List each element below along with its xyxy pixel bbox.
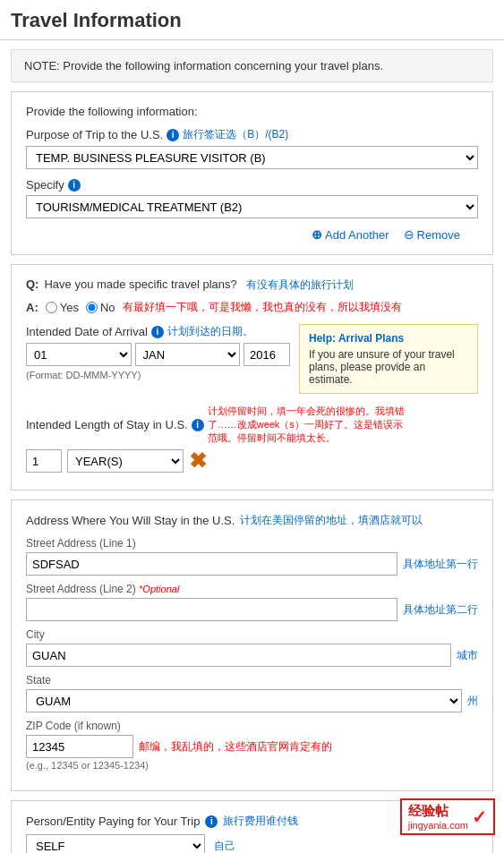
- zip-input-row: 邮编，我乱填的，这些酒店官网肯定有的: [26, 735, 478, 758]
- paying-section: Person/Entity Paying for Your Trip i 旅行费…: [11, 800, 493, 853]
- length-label: Intended Length of Stay in U.S. i 计划停留时间…: [26, 405, 478, 445]
- a-label: A:: [26, 301, 38, 314]
- travel-plans-section: Q: Have you made specific travel plans? …: [11, 264, 493, 490]
- length-info-icon[interactable]: i: [192, 419, 204, 431]
- add-another-link[interactable]: ⊕ Add Another: [312, 227, 389, 242]
- q-label: Q:: [26, 277, 38, 291]
- help-text: If you are unsure of your travel plans, …: [309, 348, 468, 386]
- purpose-label-text: Purpose of Trip to the U.S.: [26, 128, 163, 141]
- purpose-field-row: Purpose of Trip to the U.S. i 旅行签证选（B）/(…: [26, 127, 478, 169]
- state-input-row: GUAM 州: [26, 689, 478, 712]
- zip-input[interactable]: [26, 735, 133, 758]
- question-chinese: 有没有具体的旅行计划: [246, 277, 354, 293]
- question-text: Have you made specific travel plans?: [44, 277, 236, 291]
- specify-field-row: Specify i TOURISM/MEDICAL TREATMENT (B2): [26, 178, 478, 218]
- yes-option[interactable]: Yes: [46, 301, 79, 314]
- city-input[interactable]: [26, 644, 451, 667]
- street1-input-row: 具体地址第一行: [26, 552, 478, 576]
- arrival-right: Help: Arrival Plans If you are unsure of…: [299, 324, 478, 394]
- arrival-month-select[interactable]: JAN: [135, 343, 241, 366]
- error-x-icon: ✖: [189, 448, 207, 473]
- help-title: Help: Arrival Plans: [309, 332, 468, 345]
- arrival-row: Intended Date of Arrival i 计划到达的日期。 01 J…: [26, 324, 478, 394]
- street2-input-row: 具体地址第二行: [26, 598, 478, 621]
- city-label: City: [26, 628, 478, 641]
- remove-link[interactable]: ⊖ Remove: [404, 227, 460, 242]
- length-row: DAY(S) WEEK(S) MONTH(S) YEAR(S) ✖: [26, 448, 478, 473]
- note-box: NOTE: Provide the following information …: [11, 49, 493, 82]
- no-option[interactable]: No: [86, 301, 115, 314]
- street1-input[interactable]: [26, 552, 397, 576]
- purpose-chinese-label: 旅行签证选（B）/(B2): [183, 127, 288, 142]
- specify-field-label: Specify i: [26, 178, 478, 192]
- purpose-select[interactable]: TEMP. BUSINESS PLEASURE VISITOR (B): [26, 146, 478, 169]
- state-label: State: [26, 674, 478, 687]
- street2-label: Street Address (Line 2) *Optional: [26, 583, 478, 595]
- street2-optional: *Optional: [139, 584, 179, 594]
- street2-field: Street Address (Line 2) *Optional 具体地址第二…: [26, 583, 478, 621]
- street1-field: Street Address (Line 1) 具体地址第一行: [26, 537, 478, 576]
- a-row: A: Yes No 有最好填一下哦，可是我懒，我也真的没有，所以我填没有: [26, 300, 478, 315]
- arrival-year-input[interactable]: [243, 343, 290, 366]
- state-field: State GUAM 州: [26, 674, 478, 712]
- specify-select[interactable]: TOURISM/MEDICAL TREATMENT (B2): [26, 195, 478, 218]
- no-radio[interactable]: [86, 302, 98, 313]
- length-unit-select[interactable]: DAY(S) WEEK(S) MONTH(S) YEAR(S): [67, 449, 184, 473]
- length-section: Intended Length of Stay in U.S. i 计划停留时间…: [26, 405, 478, 473]
- arrival-left: Intended Date of Arrival i 计划到达的日期。 01 J…: [26, 324, 290, 394]
- arrival-chinese: 计划到达的日期。: [167, 324, 253, 339]
- street2-input[interactable]: [26, 598, 397, 621]
- paying-chinese-value: 自己: [214, 839, 235, 854]
- note-text: NOTE: Provide the following information …: [24, 59, 383, 73]
- specify-info-icon[interactable]: i: [68, 179, 81, 192]
- paying-chinese-label: 旅行费用谁付钱: [223, 814, 298, 829]
- address-title-text: Address Where You Will Stay in the U.S.: [26, 514, 235, 527]
- no-label: No: [100, 301, 115, 314]
- remove-label: Remove: [417, 228, 460, 242]
- arrival-label: Intended Date of Arrival i 计划到达的日期。: [26, 324, 290, 339]
- date-row: 01 JAN: [26, 343, 290, 366]
- purpose-section: Provide the following information: Purpo…: [11, 91, 493, 255]
- q-row: Q: Have you made specific travel plans? …: [26, 277, 478, 293]
- yes-label: Yes: [60, 301, 79, 314]
- paying-row: Person/Entity Paying for Your Trip i 旅行费…: [26, 814, 478, 829]
- length-chinese: 计划停留时间，填一年会死的很惨的。我填错了……改成week（s）一周好了。这是错…: [208, 405, 405, 445]
- yes-radio[interactable]: [46, 302, 57, 313]
- city-input-row: 城市: [26, 644, 478, 667]
- address-chinese-title: 计划在美国停留的地址，填酒店就可以: [240, 513, 423, 528]
- purpose-info-icon[interactable]: i: [167, 129, 179, 141]
- arrival-label-text: Intended Date of Arrival: [26, 325, 148, 338]
- yes-no-group: Yes No: [46, 301, 115, 314]
- state-chinese: 州: [467, 694, 478, 709]
- add-remove-row: ⊕ Add Another ⊖ Remove: [26, 227, 478, 242]
- length-num-input[interactable]: [26, 449, 62, 473]
- paying-select[interactable]: SELF OTHER PERSON OTHER ENTITY: [26, 834, 205, 853]
- paying-info-icon[interactable]: i: [205, 815, 218, 828]
- add-another-label: Add Another: [325, 228, 389, 242]
- street2-label-text: Street Address (Line 2): [26, 583, 136, 595]
- arrival-info-icon[interactable]: i: [151, 326, 164, 338]
- paying-select-row: SELF OTHER PERSON OTHER ENTITY 自己: [26, 834, 478, 853]
- page-title: Travel Information: [0, 0, 504, 40]
- city-chinese: 城市: [457, 648, 478, 663]
- section-label: Provide the following information:: [26, 105, 478, 118]
- street1-label: Street Address (Line 1): [26, 537, 478, 550]
- format-hint: (Format: DD-MMM-YYYY): [26, 370, 290, 380]
- state-select[interactable]: GUAM: [26, 689, 462, 712]
- purpose-field-label: Purpose of Trip to the U.S. i 旅行签证选（B）/(…: [26, 127, 478, 142]
- paying-label: Person/Entity Paying for Your Trip: [26, 815, 200, 828]
- zip-field: ZIP Code (if known) 邮编，我乱填的，这些酒店官网肯定有的 (…: [26, 720, 478, 771]
- zip-hint: (e.g., 12345 or 12345-1234): [26, 760, 478, 771]
- address-section: Address Where You Will Stay in the U.S. …: [11, 499, 493, 791]
- city-field: City 城市: [26, 628, 478, 667]
- specify-label-text: Specify: [26, 178, 64, 192]
- length-label-text: Intended Length of Stay in U.S.: [26, 418, 188, 431]
- help-box: Help: Arrival Plans If you are unsure of…: [299, 324, 478, 394]
- answer-note: 有最好填一下哦，可是我懒，我也真的没有，所以我填没有: [123, 300, 402, 315]
- zip-label: ZIP Code (if known): [26, 720, 478, 732]
- street2-chinese: 具体地址第二行: [403, 602, 478, 618]
- address-title: Address Where You Will Stay in the U.S. …: [26, 513, 478, 528]
- street1-chinese: 具体地址第一行: [403, 557, 478, 572]
- add-icon: ⊕: [312, 227, 322, 242]
- arrival-day-select[interactable]: 01: [26, 343, 132, 366]
